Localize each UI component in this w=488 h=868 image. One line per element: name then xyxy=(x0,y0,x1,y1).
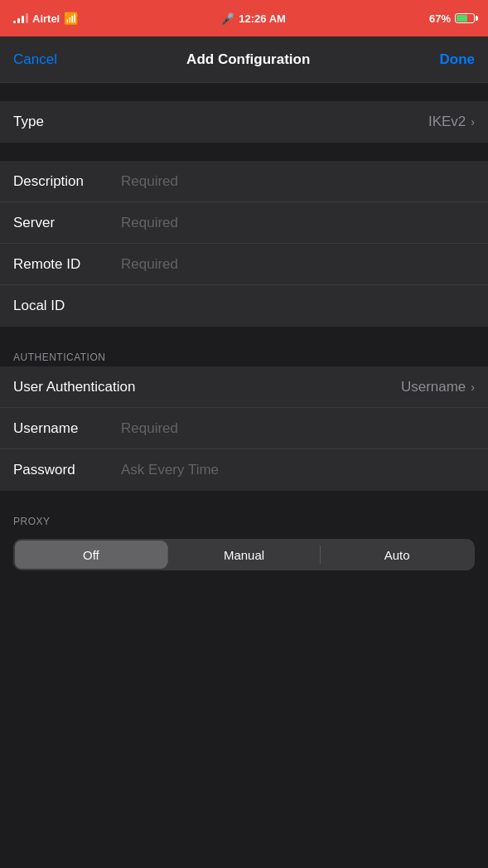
user-auth-value-container: Username › xyxy=(401,379,475,395)
remote-id-input[interactable]: Required xyxy=(121,256,475,273)
remote-id-label: Remote ID xyxy=(13,256,121,273)
type-row[interactable]: Type IKEv2 › xyxy=(0,101,488,143)
password-input[interactable]: Ask Every Time xyxy=(121,462,475,478)
type-value: IKEv2 xyxy=(428,114,466,130)
done-button[interactable]: Done xyxy=(440,51,476,68)
description-row[interactable]: Description Required xyxy=(0,161,488,202)
auth-section-header: AUTHENTICATION xyxy=(0,345,488,366)
nav-bar: Cancel Add Configuration Done xyxy=(0,36,488,83)
description-label: Description xyxy=(13,173,121,190)
user-auth-value: Username xyxy=(401,379,466,395)
battery-icon xyxy=(455,13,475,23)
proxy-section-header: PROXY xyxy=(0,509,488,531)
remote-id-row[interactable]: Remote ID Required xyxy=(0,244,488,285)
time-label: 12:26 AM xyxy=(239,12,286,25)
proxy-manual-label: Manual xyxy=(224,548,264,562)
spacer-3 xyxy=(0,327,488,345)
description-input[interactable]: Required xyxy=(121,173,475,190)
carrier-label: Airtel xyxy=(32,12,60,25)
local-id-row[interactable]: Local ID xyxy=(0,285,488,327)
battery-percent: 67% xyxy=(429,12,451,25)
username-label: Username xyxy=(13,420,121,437)
signal-icon xyxy=(13,13,28,23)
proxy-segment-control: Off Manual Auto xyxy=(13,539,475,570)
auth-section: User Authentication Username › Username … xyxy=(0,366,488,491)
proxy-auto-label: Auto xyxy=(384,548,410,562)
chevron-right-icon-auth: › xyxy=(471,381,475,394)
cancel-button[interactable]: Cancel xyxy=(13,51,57,68)
status-bar: Airtel 📶 🎤 12:26 AM 67% xyxy=(0,0,488,36)
status-center: 🎤 12:26 AM xyxy=(221,12,286,25)
username-input[interactable]: Required xyxy=(121,420,475,437)
status-left: Airtel 📶 xyxy=(13,12,78,25)
chevron-right-icon: › xyxy=(471,115,475,129)
proxy-section: PROXY Off Manual Auto xyxy=(0,509,488,579)
server-label: Server xyxy=(13,215,121,231)
config-section: Description Required Server Required Rem… xyxy=(0,161,488,327)
user-auth-row[interactable]: User Authentication Username › xyxy=(0,366,488,408)
server-input[interactable]: Required xyxy=(121,215,475,231)
local-id-label: Local ID xyxy=(13,298,121,314)
spacer-2 xyxy=(0,143,488,161)
type-label: Type xyxy=(13,114,121,130)
username-row[interactable]: Username Required xyxy=(0,408,488,449)
spacer-1 xyxy=(0,83,488,101)
proxy-manual-button[interactable]: Manual xyxy=(168,541,321,569)
wifi-icon: 📶 xyxy=(64,12,78,25)
server-row[interactable]: Server Required xyxy=(0,202,488,244)
page-title: Add Configuration xyxy=(186,51,310,68)
type-value-container: IKEv2 › xyxy=(428,114,475,130)
proxy-off-label: Off xyxy=(83,548,99,562)
status-right: 67% xyxy=(429,12,475,25)
proxy-off-button[interactable]: Off xyxy=(15,541,167,569)
password-row[interactable]: Password Ask Every Time xyxy=(0,449,488,491)
spacer-4 xyxy=(0,491,488,509)
type-section: Type IKEv2 › xyxy=(0,101,488,143)
password-label: Password xyxy=(13,462,121,478)
user-auth-label: User Authentication xyxy=(13,379,135,395)
proxy-auto-button[interactable]: Auto xyxy=(321,541,473,569)
proxy-spacer xyxy=(0,531,488,539)
mic-icon: 🎤 xyxy=(221,12,234,25)
